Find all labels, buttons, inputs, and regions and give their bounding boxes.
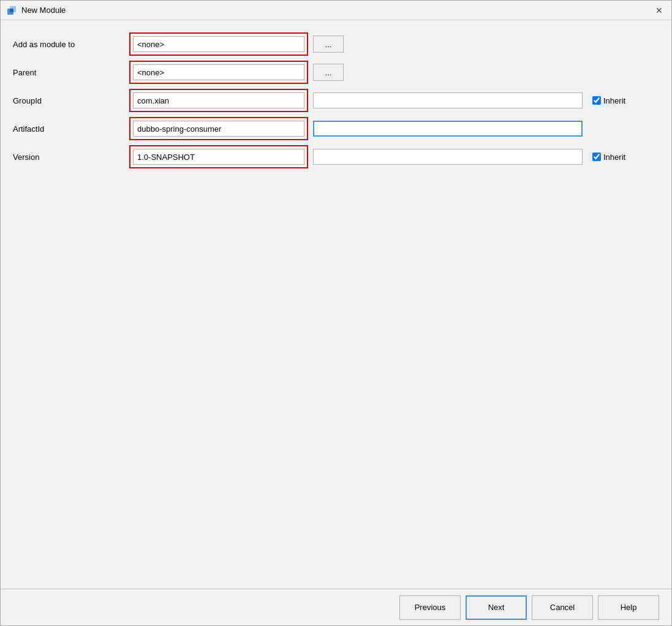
close-button[interactable]: ✕: [653, 4, 665, 17]
version-input[interactable]: [133, 149, 304, 165]
group-id-input[interactable]: [133, 92, 304, 108]
group-id-row: GroupId Inherit: [13, 89, 659, 112]
version-inherit-text: Inherit: [603, 153, 625, 162]
version-controls: Inherit: [129, 145, 659, 168]
add-as-module-row: Add as module to <none> ...: [13, 32, 659, 56]
group-id-label: GroupId: [13, 96, 129, 105]
add-as-module-label: Add as module to: [13, 40, 129, 49]
groupid-highlighted-box: [129, 89, 308, 112]
title-bar: New Module ✕: [1, 1, 671, 20]
svg-rect-2: [10, 9, 13, 12]
version-inherit-label: Inherit: [592, 153, 625, 162]
new-module-dialog: New Module ✕ Add as module to <none> ...…: [0, 0, 672, 626]
add-as-module-browse-button[interactable]: ...: [313, 36, 344, 53]
dialog-title: New Module: [21, 6, 66, 15]
artifactid-highlighted-box: [129, 117, 308, 140]
group-id-inherit-label: Inherit: [592, 96, 625, 105]
form-section: Add as module to <none> ... Parent <none…: [13, 32, 659, 168]
artifact-id-input[interactable]: [133, 121, 304, 137]
version-inherit-checkbox[interactable]: [592, 153, 601, 161]
title-bar-left: New Module: [7, 6, 66, 15]
artifact-id-label: ArtifactId: [13, 124, 129, 134]
group-id-controls: Inherit: [129, 89, 659, 112]
version-second-input[interactable]: [313, 149, 583, 165]
parent-browse-button[interactable]: ...: [313, 64, 344, 81]
artifact-id-controls: [129, 117, 659, 140]
module-icon: [7, 6, 17, 15]
artifact-id-second-input[interactable]: [313, 121, 583, 137]
highlighted-box: <none>: [129, 32, 308, 56]
group-id-inherit-checkbox[interactable]: [592, 96, 601, 105]
parent-label: Parent: [13, 68, 129, 77]
button-bar: Previous Next Cancel Help: [1, 589, 671, 625]
version-row: Version Inherit: [13, 145, 659, 168]
group-id-second-input[interactable]: [313, 92, 583, 108]
next-button[interactable]: Next: [466, 595, 527, 620]
parent-highlighted-box: <none>: [129, 61, 308, 84]
group-id-inherit-text: Inherit: [603, 96, 625, 105]
artifact-id-row: ArtifactId: [13, 117, 659, 140]
version-highlighted-box: [129, 145, 308, 168]
cancel-button[interactable]: Cancel: [532, 595, 593, 620]
previous-button[interactable]: Previous: [399, 595, 461, 620]
version-label: Version: [13, 153, 129, 162]
parent-controls: <none> ...: [129, 61, 659, 84]
help-button[interactable]: Help: [598, 595, 659, 620]
parent-value: <none>: [133, 64, 304, 80]
content-area: Add as module to <none> ... Parent <none…: [1, 20, 671, 589]
add-as-module-value: <none>: [133, 36, 304, 52]
parent-row: Parent <none> ...: [13, 61, 659, 84]
add-as-module-controls: <none> ...: [129, 32, 659, 56]
